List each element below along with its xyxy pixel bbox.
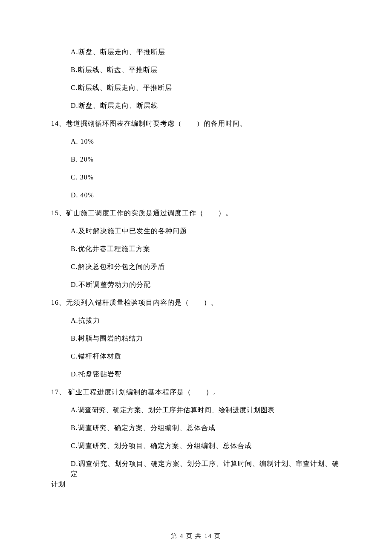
page-content: A.断盘、断层走向、平推断层 B.断层线、断盘、平推断层 C.断层线、断层走向、… <box>0 0 392 555</box>
q16-option-d: D.托盘密贴岩帮 <box>51 369 341 379</box>
q14-option-a: A. 10% <box>51 136 341 147</box>
q13-option-c: C.断层线、断层走向、平推断层 <box>51 83 341 93</box>
page-footer: 第 4 页 共 14 页 <box>0 532 392 541</box>
q15-option-a: A.及时解决施工中已发生的各种问题 <box>51 226 341 236</box>
q16-text: 16、无须列入锚杆质量检验项目内容的是（ ）。 <box>51 298 341 308</box>
q16-option-b: B.树脂与围岩的粘结力 <box>51 333 341 344</box>
q17-option-d: D.调查研究、划分项目、确定方案、划分工序、计算时间、编制计划、审查计划、确定 … <box>51 459 341 489</box>
q14-text: 14、巷道掘砌循环图表在编制时要考虑（ ）的备用时间。 <box>51 119 341 129</box>
q17-option-c: C.调查研究、划分项目、确定方案、分组编制、总体合成 <box>51 441 341 451</box>
q14-option-b: B. 20% <box>51 154 341 165</box>
q13-option-b: B.断层线、断盘、平推断层 <box>51 65 341 75</box>
q15-text: 15、矿山施工调度工作的实质是通过调度工作（ ）。 <box>51 208 341 218</box>
q15-option-d: D.不断调整劳动力的分配 <box>51 280 341 290</box>
q14-option-d: D. 40% <box>51 190 341 200</box>
q13-option-d: D.断盘、断层走向、断层线 <box>51 101 341 111</box>
q17-option-d-line1: D.调查研究、划分项目、确定方案、划分工序、计算时间、编制计划、审查计划、确定 <box>71 460 339 477</box>
q17-option-a: A.调查研究、确定方案、划分工序并估算时间、绘制进度计划图表 <box>51 405 341 415</box>
q14-option-c: C. 30% <box>51 172 341 182</box>
q17-option-b: B.调查研究、确定方案、分组编制、总体合成 <box>51 423 341 433</box>
q17-option-d-line2: 计划 <box>51 479 341 489</box>
q13-option-a: A.断盘、断层走向、平推断层 <box>51 47 341 57</box>
q16-option-a: A.抗拔力 <box>51 315 341 326</box>
q16-option-c: C.锚杆杆体材质 <box>51 351 341 361</box>
q15-option-c: C.解决总包和分包之间的矛盾 <box>51 262 341 272</box>
q15-option-b: B.优化井巷工程施工方案 <box>51 244 341 254</box>
q17-text: 17、 矿业工程进度计划编制的基本程序是（ ）。 <box>51 387 341 397</box>
